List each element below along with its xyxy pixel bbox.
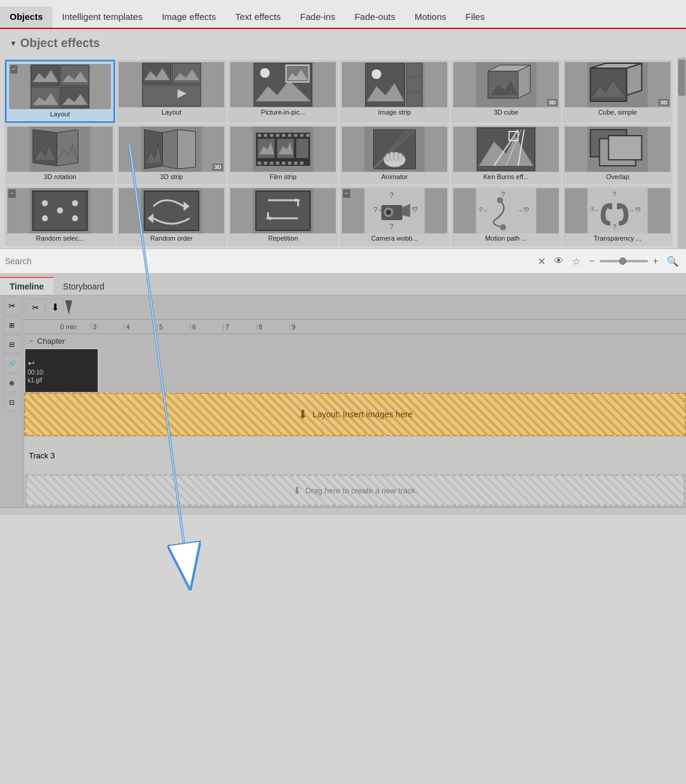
layout-insert-zone[interactable]: ⬇ Layout: Insert images here bbox=[24, 393, 686, 436]
ruler-label-3: 3 bbox=[90, 323, 124, 330]
effect-transparency[interactable]: ? ? ? ?← →? Transparency ... bbox=[562, 186, 673, 246]
effect-label-pip: Picture-in-pic... bbox=[230, 107, 336, 117]
effect-thumb-animator bbox=[342, 127, 447, 172]
svg-rect-56 bbox=[297, 139, 309, 158]
search-eye-button[interactable]: 👁 bbox=[552, 254, 566, 268]
chapter-text: Chapter bbox=[37, 337, 65, 346]
svg-point-110 bbox=[500, 224, 506, 230]
svg-rect-47 bbox=[264, 162, 268, 165]
svg-rect-43 bbox=[294, 134, 298, 137]
effect-motion-path[interactable]: ? ? ? ?← →? Motion path ... bbox=[451, 186, 561, 246]
search-input[interactable] bbox=[5, 256, 532, 266]
svg-rect-66 bbox=[395, 152, 398, 160]
svg-rect-118 bbox=[617, 203, 621, 209]
tab-intelligent-templates[interactable]: Intelligent templates bbox=[52, 7, 152, 28]
search-zoom-button[interactable]: 🔍 bbox=[664, 254, 681, 268]
tab-image-effects[interactable]: Image effects bbox=[152, 7, 225, 28]
search-clear-button[interactable]: ✕ bbox=[535, 254, 548, 268]
effect-cube-simple[interactable]: 3D Cube, simple bbox=[562, 60, 673, 123]
track-3-row: Track 3 bbox=[24, 437, 686, 473]
tab-text-effects[interactable]: Text effects bbox=[225, 7, 291, 28]
timeline-marker[interactable]: ⬇ bbox=[46, 299, 64, 317]
zoom-out-button[interactable]: − bbox=[587, 254, 597, 268]
effect-random-select[interactable]: − Random selec... bbox=[5, 186, 115, 246]
tab-objects[interactable]: Objects bbox=[0, 7, 52, 28]
effect-3d-strip[interactable]: 3D 3D strip bbox=[116, 124, 227, 185]
tab-motions[interactable]: Motions bbox=[405, 7, 456, 28]
effect-thumb-repetition bbox=[230, 188, 336, 233]
svg-point-102 bbox=[386, 210, 391, 215]
svg-point-84 bbox=[72, 200, 78, 206]
track-1-row: ↩ 00:10: k1.gif bbox=[24, 348, 686, 391]
effect-label-random-order: Random order bbox=[119, 233, 224, 243]
svg-rect-19 bbox=[407, 92, 423, 106]
drag-label: Drag here to create a new track. bbox=[306, 486, 418, 495]
effect-label-layout2: Layout bbox=[119, 107, 224, 117]
scrollbar-thumb[interactable] bbox=[678, 60, 685, 96]
svg-rect-38 bbox=[264, 134, 268, 137]
crosshair-button[interactable]: ⊕ bbox=[3, 374, 21, 392]
effect-thumb-3d-strip: 3D bbox=[119, 127, 224, 172]
zoom-track bbox=[600, 260, 648, 262]
search-star-button[interactable]: ☆ bbox=[570, 254, 583, 268]
svg-rect-49 bbox=[276, 162, 280, 165]
effect-3d-rotation[interactable]: 3D rotation bbox=[5, 124, 115, 185]
effect-thumb-layout2 bbox=[119, 62, 224, 107]
svg-text:→?: →? bbox=[629, 207, 638, 213]
zoom-in-button[interactable]: + bbox=[650, 254, 661, 268]
expand-button[interactable]: ⊞ bbox=[3, 316, 21, 334]
clip-item[interactable]: ↩ 00:10: k1.gif bbox=[25, 349, 98, 392]
svg-rect-45 bbox=[306, 134, 310, 137]
tab-fade-outs[interactable]: Fade-outs bbox=[345, 7, 405, 28]
chapter-label: − Chapter bbox=[24, 334, 686, 348]
cut-button[interactable]: ✂ bbox=[3, 297, 21, 315]
svg-rect-52 bbox=[294, 162, 298, 165]
effect-3d-cube[interactable]: 3D 3D cube bbox=[451, 60, 561, 123]
link-button[interactable]: 🔗 bbox=[3, 355, 21, 373]
effects-scrollbar[interactable] bbox=[678, 57, 686, 248]
svg-point-83 bbox=[42, 215, 48, 221]
svg-rect-8 bbox=[143, 85, 201, 106]
timeline-section: Timeline Storyboard ✂ ⊞ ⊟ 🔗 ⊕ ⊡ ✂ ⬇ 0 bbox=[0, 274, 686, 515]
timeline-scissors[interactable]: ✂ bbox=[27, 299, 45, 317]
svg-rect-2 bbox=[61, 65, 89, 86]
svg-rect-17 bbox=[407, 63, 423, 77]
tab-timeline[interactable]: Timeline bbox=[0, 277, 54, 295]
svg-rect-90 bbox=[256, 191, 310, 230]
svg-rect-1 bbox=[31, 65, 60, 86]
effect-layout2[interactable]: Layout bbox=[116, 60, 227, 123]
effect-label-animator: Animator bbox=[342, 172, 447, 182]
effect-random-order[interactable]: Random order bbox=[116, 186, 227, 246]
tab-storyboard[interactable]: Storyboard bbox=[54, 278, 114, 295]
drag-zone[interactable]: ⬇ Drag here to create a new track. bbox=[25, 475, 685, 506]
svg-text:?: ? bbox=[501, 191, 505, 198]
collapse-button[interactable]: ⊟ bbox=[3, 335, 21, 353]
effect-animator[interactable]: Animator bbox=[339, 124, 450, 185]
timeline-main: ✂ ⬇ 0 min 3 4 5 6 7 8 9 − bbox=[24, 296, 686, 507]
ruler-label-9: 9 bbox=[289, 323, 323, 330]
random-select-minus-badge: − bbox=[8, 189, 16, 198]
tab-files[interactable]: Files bbox=[456, 7, 494, 28]
clip-icon: ↩ bbox=[28, 358, 45, 368]
effect-ken-burns[interactable]: Ken Burns eff... bbox=[451, 124, 561, 185]
track-area: − Chapter ↩ 00:10: k1.gif bbox=[24, 334, 686, 506]
svg-rect-39 bbox=[270, 134, 274, 137]
zoom-thumb[interactable] bbox=[619, 258, 626, 265]
grid-button[interactable]: ⊡ bbox=[3, 393, 21, 411]
svg-rect-18 bbox=[407, 78, 423, 91]
effect-picture-in-pic[interactable]: Picture-in-pic... bbox=[228, 60, 338, 123]
effect-repetition[interactable]: Repetition bbox=[228, 186, 338, 246]
effects-wrapper: − Layout bbox=[0, 57, 686, 248]
svg-point-82 bbox=[72, 215, 78, 221]
effect-camera-wobble[interactable]: ? ? ? ?← →? − bbox=[339, 186, 450, 246]
effect-overlap[interactable]: Overlap bbox=[562, 124, 673, 185]
section-collapse-icon[interactable]: ▼ bbox=[10, 39, 17, 48]
effect-layout[interactable]: − Layout bbox=[5, 60, 115, 123]
effect-thumb-film-strip bbox=[230, 127, 336, 172]
tab-fade-ins[interactable]: Fade-ins bbox=[291, 7, 345, 28]
effect-image-strip[interactable]: Image strip bbox=[339, 60, 450, 123]
effect-film-strip[interactable]: Film strip bbox=[228, 124, 338, 185]
effect-label-image-strip: Image strip bbox=[342, 107, 447, 117]
svg-rect-7 bbox=[172, 63, 201, 84]
clip-name: k1.gif bbox=[28, 377, 45, 384]
